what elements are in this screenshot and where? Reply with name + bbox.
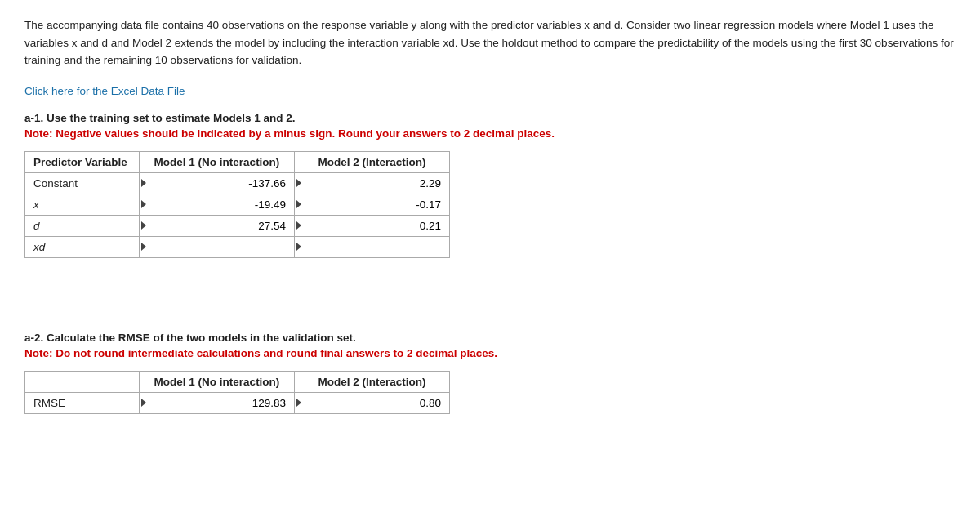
table-row: xd (25, 236, 450, 257)
table-row: d (25, 215, 450, 236)
model2-d-cell[interactable] (295, 215, 450, 236)
triangle-icon (141, 221, 146, 230)
predictor-rmse: RMSE (25, 392, 140, 413)
section-a2-note: Note: Do not round intermediate calculat… (24, 347, 956, 359)
section-a2: a-2. Calculate the RMSE of the two model… (24, 332, 956, 414)
model2-x-input[interactable] (295, 194, 449, 215)
model2-xd-cell[interactable] (295, 236, 450, 257)
model2-constant-cell[interactable] (295, 172, 450, 194)
model1-constant-input[interactable] (140, 173, 294, 194)
model-table-a2: Model 1 (No interaction) Model 2 (Intera… (24, 371, 450, 414)
triangle-icon (141, 243, 146, 251)
triangle-icon (141, 399, 146, 407)
model2-rmse-input[interactable] (295, 393, 449, 413)
intro-paragraph: The accompanying data file contains 40 o… (24, 16, 956, 69)
model1-rmse-input[interactable] (140, 393, 294, 413)
model2-x-cell[interactable] (295, 194, 450, 215)
model2-d-input[interactable] (295, 216, 449, 236)
table-row: x (25, 194, 450, 215)
model1-x-input[interactable] (140, 194, 294, 215)
triangle-icon (296, 243, 301, 251)
model1-x-cell[interactable] (140, 194, 295, 215)
triangle-icon (141, 200, 146, 208)
model1-constant-cell[interactable] (140, 172, 295, 194)
col-header-model2-a2: Model 2 (Interaction) (295, 371, 450, 392)
spacer (24, 283, 956, 315)
predictor-x: x (25, 194, 140, 215)
model2-rmse-cell[interactable] (295, 392, 450, 413)
model1-xd-input[interactable] (140, 237, 294, 257)
model2-constant-input[interactable] (295, 173, 449, 194)
predictor-xd: xd (25, 236, 140, 257)
model1-xd-cell[interactable] (140, 236, 295, 257)
predictor-constant: Constant (25, 172, 140, 194)
table-row: Constant (25, 172, 450, 194)
triangle-icon (296, 200, 301, 208)
section-a2-label: a-2. Calculate the RMSE of the two model… (24, 332, 956, 344)
col-header-model1: Model 1 (No interaction) (140, 151, 295, 172)
triangle-icon (141, 179, 146, 187)
col-header-predictor: Predictor Variable (25, 151, 140, 172)
col-header-model1-a2: Model 1 (No interaction) (140, 371, 295, 392)
model1-rmse-cell[interactable] (140, 392, 295, 413)
model-table-a1: Predictor Variable Model 1 (No interacti… (24, 151, 450, 258)
triangle-icon (296, 399, 301, 407)
model1-d-input[interactable] (140, 216, 294, 236)
excel-link[interactable]: Click here for the Excel Data File (24, 85, 185, 97)
triangle-icon (296, 179, 301, 187)
model1-d-cell[interactable] (140, 215, 295, 236)
triangle-icon (296, 221, 301, 230)
table-row: RMSE (25, 392, 450, 413)
section-a1-note: Note: Negative values should be indicate… (24, 127, 956, 140)
col-header-empty (25, 371, 140, 392)
model2-xd-input[interactable] (295, 237, 449, 257)
predictor-d: d (25, 215, 140, 236)
section-a1-label: a-1. Use the training set to estimate Mo… (24, 112, 956, 124)
col-header-model2: Model 2 (Interaction) (295, 151, 450, 172)
